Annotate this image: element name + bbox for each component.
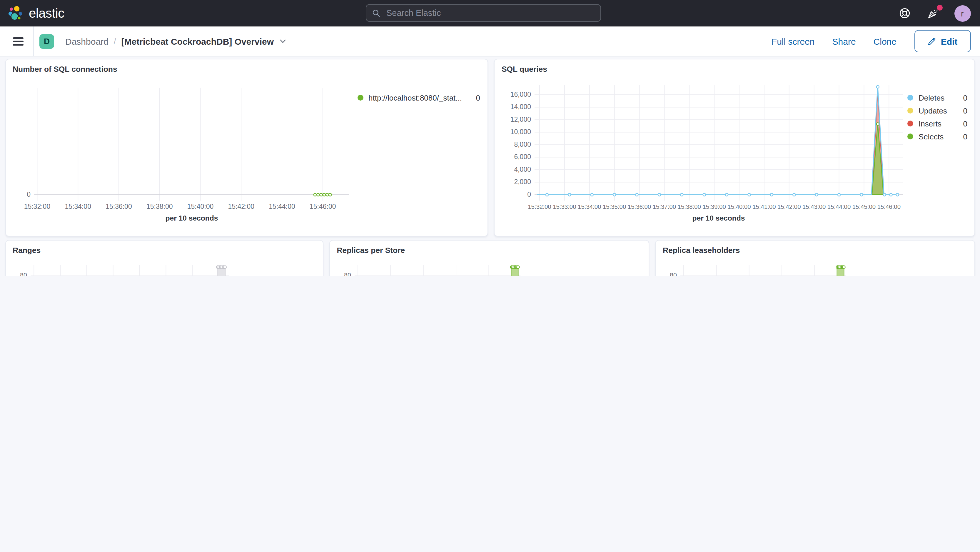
search-icon xyxy=(372,8,380,17)
breadcrumb-dashboard-link[interactable]: Dashboard xyxy=(65,36,108,46)
legend-label: Inserts xyxy=(918,119,957,128)
svg-text:15:39:00: 15:39:00 xyxy=(702,204,725,210)
avatar-initial: r xyxy=(961,8,964,18)
kibana-dashboard-screen: elastic xyxy=(0,0,980,276)
svg-text:15:44:00: 15:44:00 xyxy=(269,203,295,210)
legend-label: Updates xyxy=(918,106,957,115)
legend-value: 89 xyxy=(633,274,641,276)
elastic-brand[interactable]: elastic xyxy=(0,5,64,21)
svg-text:15:36:00: 15:36:00 xyxy=(105,203,132,210)
svg-text:per 10 seconds: per 10 seconds xyxy=(692,214,745,222)
top-header-bar: elastic xyxy=(0,0,980,27)
svg-text:15:34:00: 15:34:00 xyxy=(64,203,91,210)
replicas-per-store-chart[interactable]: 15:32:0015:35:0015:38:0015:41:0015:44:00… xyxy=(337,258,525,276)
clone-button[interactable]: Clone xyxy=(873,36,897,46)
dashboard-toolbar: D Dashboard / [Metricbeat CockroachDB] O… xyxy=(0,27,980,56)
panel-title: Replica leaseholders xyxy=(663,245,967,256)
svg-text:15:42:00: 15:42:00 xyxy=(228,203,254,210)
legend-series-dot-icon xyxy=(907,108,913,113)
svg-text:15:32:00: 15:32:00 xyxy=(528,204,551,210)
panel-replicas-per-store: Replicas per Store 15:32:0015:35:0015:38… xyxy=(329,240,649,276)
chart-legend: http://localhost:8080/_sta...89 xyxy=(525,258,641,276)
panel-sql-queries: SQL queries 15:32:0015:33:0015:34:0015:3… xyxy=(494,59,975,237)
svg-text:15:46:00: 15:46:00 xyxy=(309,203,336,210)
replica-leaseholders-chart[interactable]: 15:32:0015:35:0015:38:0015:41:0015:44:00… xyxy=(663,258,851,276)
edit-button-label: Edit xyxy=(941,36,958,46)
legend-item[interactable]: http://localhost:8080/_stat...0 xyxy=(357,91,480,104)
full-screen-button[interactable]: Full screen xyxy=(772,36,815,46)
chart-legend: Underreplicated0Overreplicated0Unavailab… xyxy=(234,258,315,276)
search-input[interactable] xyxy=(385,8,595,18)
svg-text:15:36:00: 15:36:00 xyxy=(628,204,651,210)
panel-number-of-sql-connections: Number of SQL connections 15:32:0015:34:… xyxy=(5,59,488,237)
panel-title: Replicas per Store xyxy=(337,245,641,256)
breadcrumb-separator: / xyxy=(114,37,116,46)
legend-item[interactable]: Selects0 xyxy=(907,130,967,143)
legend-value: 0 xyxy=(476,93,480,102)
title-menu-button[interactable] xyxy=(278,37,287,45)
chevron-down-icon xyxy=(278,37,287,45)
sql-queries-chart[interactable]: 15:32:0015:33:0015:34:0015:35:0015:36:00… xyxy=(502,77,907,231)
hamburger-icon xyxy=(13,37,24,46)
legend-label: Selects xyxy=(918,132,957,141)
dashboard-badge[interactable]: D xyxy=(40,34,54,49)
legend-value: 0 xyxy=(311,274,315,276)
svg-text:4,000: 4,000 xyxy=(514,165,531,173)
newsfeed-button[interactable] xyxy=(926,6,940,20)
panel-ranges: Ranges 15:32:0015:34:0015:36:0015:38:001… xyxy=(5,240,323,276)
svg-text:12,000: 12,000 xyxy=(511,116,531,123)
sql-connections-chart[interactable]: 15:32:0015:34:0015:36:0015:38:0015:40:00… xyxy=(13,77,357,231)
svg-text:15:38:00: 15:38:00 xyxy=(146,203,173,210)
legend-series-dot-icon xyxy=(357,95,363,100)
svg-text:15:41:00: 15:41:00 xyxy=(752,204,776,210)
svg-text:15:35:00: 15:35:00 xyxy=(603,204,626,210)
legend-series-dot-icon xyxy=(234,276,240,276)
chart-legend: http://localhost:8080/_stat...0 xyxy=(357,77,480,231)
share-button[interactable]: Share xyxy=(832,36,856,46)
menu-button[interactable] xyxy=(8,31,28,51)
svg-text:80: 80 xyxy=(20,272,27,276)
notification-badge-dot xyxy=(937,5,942,10)
ranges-chart[interactable]: 15:32:0015:34:0015:36:0015:38:0015:40:00… xyxy=(13,258,234,276)
legend-item[interactable]: Deletes0 xyxy=(907,91,967,104)
legend-value: 0 xyxy=(963,119,967,128)
svg-text:0: 0 xyxy=(27,191,30,198)
legend-item[interactable]: Updates0 xyxy=(907,104,967,117)
legend-value: 0 xyxy=(963,93,967,102)
legend-item[interactable]: Inserts0 xyxy=(907,117,967,130)
brand-wordmark: elastic xyxy=(29,6,64,21)
chart-legend: Deletes0Updates0Inserts0Selects0 xyxy=(907,77,967,231)
legend-label: http://localhost:8080/_sta... xyxy=(536,274,627,276)
legend-series-dot-icon xyxy=(851,276,857,276)
edit-button[interactable]: Edit xyxy=(914,30,970,52)
legend-item[interactable]: http://localhost:8080/_sta...89 xyxy=(851,272,967,276)
svg-text:14,000: 14,000 xyxy=(511,103,531,111)
legend-series-dot-icon xyxy=(907,95,913,100)
toolbar-divider xyxy=(33,27,33,56)
legend-label: Deletes xyxy=(918,93,957,102)
panel-title: SQL queries xyxy=(502,64,967,75)
elastic-logo-icon xyxy=(8,5,24,21)
legend-series-dot-icon xyxy=(907,134,913,139)
svg-text:0: 0 xyxy=(527,191,531,198)
panel-title: Ranges xyxy=(13,245,315,256)
panel-title: Number of SQL connections xyxy=(13,64,480,75)
legend-value: 89 xyxy=(959,274,967,276)
header-right-icons: r xyxy=(898,5,980,21)
legend-value: 0 xyxy=(963,106,967,115)
breadcrumb: Dashboard / [Metricbeat CockroachDB] Ove… xyxy=(65,36,287,46)
svg-text:15:33:00: 15:33:00 xyxy=(553,204,576,210)
legend-series-dot-icon xyxy=(525,276,531,276)
svg-text:16,000: 16,000 xyxy=(511,91,531,98)
edit-pencil-icon xyxy=(928,37,936,46)
panel-replica-leaseholders: Replica leaseholders 15:32:0015:35:0015:… xyxy=(655,240,975,276)
help-button[interactable] xyxy=(898,6,912,20)
legend-item[interactable]: http://localhost:8080/_sta...89 xyxy=(525,272,641,276)
svg-text:8,000: 8,000 xyxy=(514,141,531,148)
search-box[interactable] xyxy=(366,4,601,22)
legend-label: http://localhost:8080/_stat... xyxy=(368,93,470,102)
user-avatar[interactable]: r xyxy=(954,5,970,21)
legend-label: Underreplicated xyxy=(245,274,305,276)
legend-item[interactable]: Underreplicated0 xyxy=(234,272,315,276)
svg-text:80: 80 xyxy=(670,272,677,276)
